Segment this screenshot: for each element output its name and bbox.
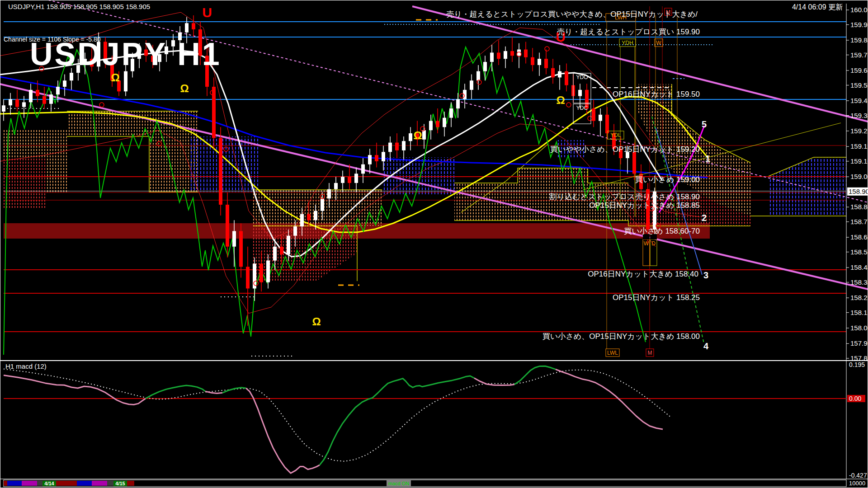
price-tick-label: 160.075 — [850, 6, 868, 14]
price-axis[interactable]: 160.075159.980159.880159.785159.685159.5… — [846, 4, 868, 479]
window-border — [0, 0, 868, 488]
price-tick-label: 159.395 — [850, 112, 868, 119]
mt4-chart-window: 51234UUΩΩΩΩΩLWHMYDHWYDOYDCYDLWDLWLM売り・超え… — [0, 0, 868, 488]
period-segment — [92, 481, 107, 486]
candle-body — [375, 155, 378, 161]
jp-annotation: 割り込むとストップロス売り小さめ 158.90 — [549, 192, 700, 201]
jp-annotation: 売り・超えるとストップロス買い 159.90 — [557, 28, 700, 36]
candle-body — [354, 174, 358, 183]
pivot-label: W — [656, 40, 661, 46]
candle-body — [497, 52, 500, 59]
candle-body — [232, 231, 236, 246]
price-tick-label: 158.220 — [850, 294, 868, 301]
candle-body — [538, 59, 541, 65]
candle-body — [422, 130, 426, 140]
strip-scale-label: 10000 — [849, 480, 865, 487]
price-tick-label: 159.590 — [850, 81, 868, 89]
candle-body — [565, 71, 568, 85]
cloud-blue — [191, 136, 259, 192]
price-tick-label: 158.515 — [850, 248, 868, 256]
symbol-watermark: USDJPY H1 — [30, 36, 222, 72]
pivot-label: YDO — [576, 74, 588, 80]
price-tick-label: 159.980 — [850, 21, 868, 28]
candle-body — [22, 102, 26, 107]
macd-axis-bottom: -0.427 — [849, 472, 867, 479]
macd-main-green — [514, 366, 556, 385]
price-tick-label: 159.100 — [850, 157, 868, 165]
candle-body — [15, 99, 19, 107]
price-tick-label: 159.295 — [850, 127, 868, 135]
jp-annotation: OP15日NYカット大きめ 158.85 — [589, 201, 700, 210]
candle-body — [409, 133, 412, 141]
candle-body — [280, 247, 283, 254]
candle-body — [382, 152, 385, 161]
jp-annotation: 買いやや小さめ、OP15日NYカット 159.20 — [550, 145, 700, 154]
fan-number-label: 2 — [702, 213, 707, 223]
candle-body — [531, 57, 534, 65]
candle-body — [266, 261, 270, 282]
price-tick-label: 159.490 — [850, 97, 868, 104]
candle-body — [632, 152, 636, 174]
chart-canvas[interactable]: 51234UUΩΩΩΩΩLWHMYDHWYDOYDCYDLWDLWLM売り・超え… — [0, 0, 868, 488]
candle-body — [226, 205, 229, 247]
price-tick-label: 158.025 — [850, 324, 868, 332]
macd-signal-line — [4, 369, 670, 461]
candle-body — [287, 236, 290, 254]
pivot-label: LWL — [607, 350, 618, 356]
jp-annotation: 買い小さめ 159.00 — [635, 175, 700, 184]
candle-body — [49, 94, 53, 104]
date-label: 4/15 — [115, 481, 125, 486]
price-tick-label: 159.785 — [850, 51, 868, 59]
candle-body — [36, 90, 39, 96]
symbol-ohlc-title: USDJPY,H1 158.905 158.905 158.905 158.90… — [8, 3, 150, 10]
candle-body — [307, 214, 311, 221]
candle-body — [56, 87, 60, 94]
pivot-label: D — [651, 240, 656, 247]
period-segment — [22, 481, 37, 486]
candle-body — [239, 231, 243, 267]
macd-main-pink — [205, 391, 222, 393]
signal-marker-circle — [566, 103, 571, 107]
macd-main-pink — [246, 388, 320, 473]
cloud-red — [4, 157, 45, 209]
jp-annotation: 買い小さめ 158.60-70 — [624, 227, 700, 235]
candle-body — [388, 143, 392, 152]
macd-axis-top: 0.195 — [849, 361, 865, 368]
period-segment — [7, 481, 22, 486]
candle-body — [524, 50, 528, 57]
buy-arrow-icon: Ω — [413, 129, 422, 141]
candle-body — [395, 143, 399, 150]
macd-main-green — [320, 376, 474, 465]
macd-toggle-button[interactable]: macd ON — [387, 480, 411, 487]
macd-main-green — [222, 388, 246, 393]
jp-annotation: OP15日NYカット 158.25 — [613, 293, 700, 302]
price-tick-label: 158.320 — [850, 278, 868, 286]
candle-body — [321, 198, 324, 211]
buy-arrow-icon: Ω — [111, 71, 119, 84]
period-segment — [77, 481, 92, 486]
pivot-label: W — [644, 240, 649, 247]
candle-body — [259, 264, 263, 282]
candle-body — [42, 96, 46, 104]
candle-body — [70, 73, 73, 80]
signal-marker-circle — [545, 47, 549, 51]
price-tick-label: 158.610 — [850, 233, 868, 241]
jp-annotation: 売り・超えるとストップロス買いやや大きめ、OP15日NYカット大きめ/ — [446, 10, 698, 19]
price-tick-label: 158.710 — [850, 218, 868, 225]
price-tick-label: 159.685 — [850, 66, 868, 74]
bottom-strip: 4/144/15macd ON10000 — [0, 479, 868, 487]
candle-body — [599, 115, 602, 121]
candle-body — [341, 177, 344, 183]
buy-arrow-icon: Ω — [180, 82, 189, 94]
period-segment — [53, 481, 77, 486]
price-tick-label: 158.805 — [850, 203, 868, 211]
price-tick-label: 157.925 — [850, 339, 868, 347]
signal-marker-circle — [477, 80, 481, 84]
period-segment — [4, 481, 7, 486]
fan-number-label: 1 — [705, 154, 710, 164]
sell-arrow-icon: U — [202, 5, 212, 20]
candle-body — [449, 108, 453, 118]
macd-panel[interactable]: H1 macd (12)0.1950.00-0.427 — [0, 361, 868, 479]
ichimoku-clouds — [4, 84, 846, 281]
candle-body — [510, 51, 514, 56]
